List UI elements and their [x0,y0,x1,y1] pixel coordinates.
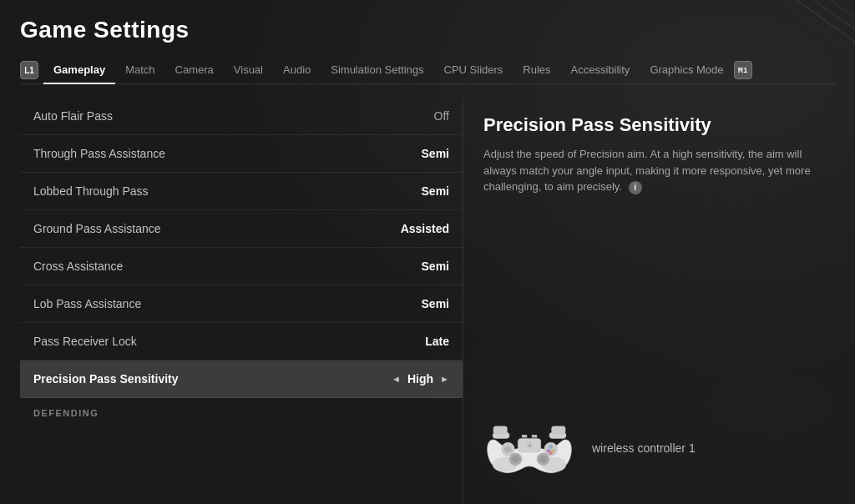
l1-badge[interactable]: L1 [20,61,38,79]
svg-point-14 [549,451,553,456]
setting-row-cross[interactable]: Cross Assistance Semi [20,248,463,285]
page-title: Game Settings [20,17,835,43]
setting-row-lobbed-through[interactable]: Lobbed Through Pass Semi [20,173,463,210]
tab-camera[interactable]: Camera [165,57,224,84]
settings-list: Auto Flair Pass Off Through Pass Assista… [20,98,463,504]
svg-rect-9 [504,448,512,451]
svg-text:✦: ✦ [528,443,532,448]
right-panel: Precision Pass Sensitivity Adjust the sp… [463,98,835,504]
setting-label-precision-pass: Precision Pass Sensitivity [33,372,179,386]
setting-value-lobbed-through: Semi [422,184,449,198]
setting-value-auto-flair: Off [434,109,449,123]
setting-row-ground-pass[interactable]: Ground Pass Assistance Assisted [20,210,463,248]
setting-row-through-pass[interactable]: Through Pass Assistance Semi [20,135,463,173]
arrow-right-icon[interactable]: ► [440,374,449,384]
setting-row-auto-flair[interactable]: Auto Flair Pass Off [20,98,463,135]
svg-rect-26 [532,435,537,438]
controller-section: ✦ wireless controller 1 [483,400,815,487]
tab-cpu[interactable]: CPU Sliders [434,57,514,84]
tab-accessibility[interactable]: Accessibility [561,57,640,84]
svg-rect-20 [552,426,566,434]
tab-simulation[interactable]: Simulation Settings [321,57,433,84]
detail-title: Precision Pass Sensitivity [483,114,815,136]
svg-point-24 [539,456,547,463]
tab-gameplay[interactable]: Gameplay [43,57,115,84]
setting-row-lob-pass[interactable]: Lob Pass Assistance Semi [20,285,463,323]
section-header-defending: DEFENDING [20,398,463,423]
controller-label: wireless controller 1 [592,441,696,455]
setting-label-pass-receiver: Pass Receiver Lock [33,335,137,348]
tab-audio[interactable]: Audio [273,57,321,84]
detail-description: Adjust the speed of Precision aim. At a … [483,146,815,195]
tab-match[interactable]: Match [115,57,164,84]
setting-value-cross: Semi [422,260,449,273]
page: Game Settings L1 Gameplay Match Camera V… [0,0,855,504]
setting-label-auto-flair: Auto Flair Pass [33,109,113,123]
setting-label-through-pass: Through Pass Assistance [33,147,165,160]
setting-label-cross: Cross Assistance [33,260,123,273]
precision-pass-value-control: ◄ High ► [392,372,449,386]
setting-value-ground-pass: Assisted [401,222,449,235]
svg-rect-19 [493,426,508,434]
tab-graphics[interactable]: Graphics Mode [640,57,733,84]
r1-badge[interactable]: R1 [734,61,752,79]
controller-icon: ✦ [483,416,575,479]
setting-label-ground-pass: Ground Pass Assistance [33,222,161,235]
tab-rules[interactable]: Rules [513,57,560,84]
tab-visual[interactable]: Visual [224,57,273,84]
setting-label-lob-pass: Lob Pass Assistance [33,297,141,310]
setting-value-through-pass: Semi [422,147,449,160]
setting-row-pass-receiver[interactable]: Pass Receiver Lock Late [20,323,463,360]
svg-rect-25 [522,435,527,438]
setting-value-pass-receiver: Late [425,335,449,348]
main-content: Auto Flair Pass Off Through Pass Assista… [20,98,835,504]
setting-row-precision-pass[interactable]: Precision Pass Sensitivity ◄ High ► [20,360,463,398]
info-icon[interactable]: i [629,181,642,194]
svg-point-22 [512,456,519,463]
precision-pass-value: High [407,372,433,386]
svg-point-11 [549,445,553,449]
arrow-left-icon[interactable]: ◄ [392,374,401,384]
setting-value-lob-pass: Semi [422,297,449,310]
setting-label-lobbed-through: Lobbed Through Pass [33,184,149,198]
nav-tabs: L1 Gameplay Match Camera Visual Audio Si… [20,57,835,84]
